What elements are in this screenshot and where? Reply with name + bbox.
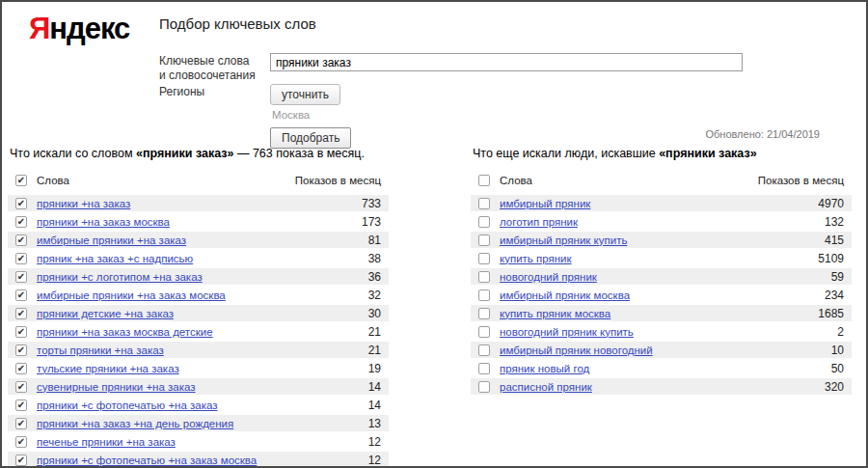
keyword-link[interactable]: пряники +с фотопечатью +на заказ москва <box>37 454 257 466</box>
table-row: ✔сувенирные пряники +на заказ14 <box>8 378 389 395</box>
table-row: логотип пряник132 <box>471 213 852 230</box>
row-checkbox[interactable] <box>478 198 490 209</box>
row-checkbox[interactable] <box>478 289 490 301</box>
keyword-link[interactable]: логотип пряник <box>500 216 578 228</box>
impressions-count: 234 <box>825 289 844 302</box>
impressions-count: 32 <box>368 289 381 302</box>
row-checkbox[interactable] <box>478 381 490 393</box>
right-heading-prefix: Что еще искали люди, искавшие <box>473 147 659 160</box>
table-row: купить пряник5109 <box>471 250 852 266</box>
keyword-link[interactable]: пряники детские +на заказ <box>37 308 174 319</box>
row-checkbox[interactable] <box>478 271 490 283</box>
updated-timestamp: Обновлено: 21/04/2019 <box>705 128 820 140</box>
impressions-column-header: Показов в месяц <box>758 175 844 186</box>
row-checkbox[interactable]: ✔ <box>15 289 27 301</box>
left-table-header: ✔ Слова Показов в месяц <box>8 171 389 190</box>
searched-with-word-table: Что искали со словом «пряники заказ» — 7… <box>8 147 389 468</box>
table-row: имбирный пряник купить415 <box>471 232 852 248</box>
yandex-logo[interactable]: Яндекс <box>29 12 129 46</box>
impressions-count: 173 <box>362 215 381 229</box>
select-all-checkbox[interactable]: ✔ <box>15 175 27 186</box>
table-row: новогодний пряник купить2 <box>471 323 852 340</box>
impressions-count: 30 <box>368 307 381 320</box>
row-checkbox[interactable] <box>478 326 490 338</box>
words-column-header: Слова <box>500 175 532 186</box>
row-checkbox[interactable]: ✔ <box>15 363 27 374</box>
impressions-count: 132 <box>825 215 844 229</box>
row-checkbox[interactable]: ✔ <box>15 308 27 319</box>
row-checkbox[interactable] <box>478 363 490 374</box>
row-checkbox[interactable]: ✔ <box>15 436 27 448</box>
also-searched-table: Что еще искали люди, искавшие «пряники з… <box>471 147 852 397</box>
row-checkbox[interactable]: ✔ <box>15 253 27 264</box>
keyword-link[interactable]: имбирные пряники +на заказ <box>37 234 186 246</box>
impressions-count: 12 <box>368 454 381 467</box>
row-checkbox[interactable] <box>478 344 490 356</box>
select-all-checkbox[interactable] <box>478 175 490 186</box>
row-checkbox[interactable] <box>478 234 490 246</box>
keyword-link[interactable]: купить пряник <box>500 253 572 264</box>
keyword-link[interactable]: пряники +с логотипом +на заказ <box>37 271 203 283</box>
row-checkbox[interactable]: ✔ <box>15 234 27 246</box>
keyword-link[interactable]: пряники +на заказ +на день рождения <box>37 418 233 429</box>
keyword-link[interactable]: новогодний пряник купить <box>500 326 634 338</box>
keyword-link[interactable]: сувенирные пряники +на заказ <box>37 381 196 393</box>
right-heading-term: «пряники заказ» <box>659 147 756 160</box>
row-checkbox[interactable] <box>478 253 490 264</box>
keyword-link[interactable]: тульские пряники +на заказ <box>37 363 179 374</box>
impressions-count: 13 <box>368 417 381 430</box>
impressions-count: 4970 <box>818 197 844 210</box>
keyword-link[interactable]: имбирные пряники +на заказ москва <box>37 289 226 301</box>
words-column-header: Слова <box>37 175 69 186</box>
impressions-count: 733 <box>362 197 381 210</box>
row-checkbox[interactable]: ✔ <box>15 418 27 429</box>
left-heading-term: «пряники заказ» <box>136 147 233 160</box>
keyword-link[interactable]: пряник +на заказ +с надписью <box>37 253 193 264</box>
table-row: ✔пряники +с фотопечатью +на заказ москва… <box>8 452 389 468</box>
keyword-link[interactable]: пряник новый год <box>500 363 589 374</box>
keyword-link[interactable]: расписной пряник <box>500 381 592 393</box>
row-checkbox[interactable]: ✔ <box>15 216 27 228</box>
row-checkbox[interactable]: ✔ <box>15 454 27 466</box>
submit-button[interactable]: Подобрать <box>270 127 351 149</box>
page-title: Подбор ключевых слов <box>159 15 316 32</box>
table-row: ✔имбирные пряники +на заказ москва32 <box>8 287 389 303</box>
keyword-link[interactable]: печенье пряники +на заказ <box>37 436 176 448</box>
table-row: ✔пряник +на заказ +с надписью38 <box>8 250 389 266</box>
row-checkbox[interactable]: ✔ <box>15 198 27 209</box>
right-table-rows: имбирный пряник4970логотип пряник132имби… <box>471 195 852 395</box>
keyword-link[interactable]: имбирный пряник новогодний <box>500 344 653 356</box>
keyword-link[interactable]: имбирный пряник купить <box>500 234 627 246</box>
row-checkbox[interactable] <box>478 216 490 228</box>
keyword-link[interactable]: пряники +на заказ <box>37 198 130 209</box>
row-checkbox[interactable]: ✔ <box>15 381 27 393</box>
row-checkbox[interactable]: ✔ <box>15 399 27 411</box>
keyword-link[interactable]: пряники +на заказ москва детские <box>37 326 213 338</box>
row-checkbox[interactable]: ✔ <box>15 344 27 356</box>
keywords-input[interactable] <box>270 53 743 71</box>
impressions-count: 38 <box>368 252 381 265</box>
keywords-label: Ключевые слова и словосочетания <box>159 54 256 83</box>
table-row: ✔пряники +на заказ +на день рождения13 <box>8 415 389 431</box>
right-table-header: Слова Показов в месяц <box>471 171 852 190</box>
keywords-label-line1: Ключевые слова <box>159 54 256 69</box>
keyword-link[interactable]: новогодний пряник <box>500 271 597 283</box>
refine-region-button[interactable]: уточнить <box>270 84 340 105</box>
keyword-link[interactable]: пряники +на заказ москва <box>37 216 170 228</box>
impressions-count: 1685 <box>818 307 844 320</box>
keyword-link[interactable]: торты пряники +на заказ <box>37 344 164 356</box>
row-checkbox[interactable] <box>478 308 490 319</box>
keyword-link[interactable]: купить пряник москва <box>500 308 610 319</box>
keyword-link[interactable]: имбирный пряник <box>500 198 590 209</box>
impressions-count: 19 <box>368 362 381 375</box>
row-checkbox[interactable]: ✔ <box>15 326 27 338</box>
table-row: ✔пряники +на заказ москва детские21 <box>8 323 389 340</box>
table-row: ✔тульские пряники +на заказ19 <box>8 360 389 376</box>
table-row: купить пряник москва1685 <box>471 305 852 321</box>
keywords-label-line2: и словосочетания <box>159 69 256 83</box>
impressions-count: 14 <box>368 399 381 412</box>
row-checkbox[interactable]: ✔ <box>15 271 27 283</box>
keyword-link[interactable]: пряники +с фотопечатью +на заказ <box>37 399 218 411</box>
wordstat-page: Яндекс Подбор ключевых слов Ключевые сло… <box>0 0 868 468</box>
keyword-link[interactable]: имбирный пряник москва <box>500 289 630 301</box>
